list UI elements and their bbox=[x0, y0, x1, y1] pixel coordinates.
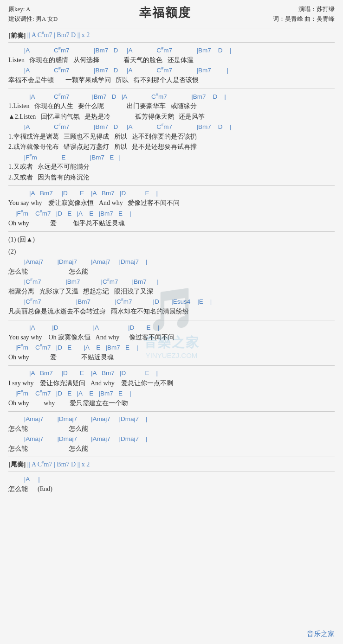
lyric-row-3b: ▲2.Listen 回忆里的气氛 是热是冷 孤芳得像天鹅 还是风筝 bbox=[8, 112, 335, 122]
lyric-row-5b: 2.又或者 因为曾有的疼沉沦 bbox=[8, 172, 335, 183]
outro-chords-block: |Amaj7 |Dmaj7 |Amaj7 |Dmaj7 | 怎么能 怎么能 |A… bbox=[8, 414, 335, 454]
lyric-row-3: 1.Listen 你现在的人生 要什么呢 出门要豪华车 或随缘分 bbox=[8, 101, 335, 111]
chord-row-8: |Amaj7 |Dmaj7 |Amaj7 |Dmaj7 | bbox=[8, 257, 335, 267]
lyric-row-10: 凡美丽总像是流水逝去不会转过身 雨水却在不知名的清晨纷纷 bbox=[8, 306, 335, 317]
chord-row-final: |A | bbox=[8, 475, 335, 484]
divider-8 bbox=[8, 411, 335, 412]
outro-label: [尾奏] bbox=[8, 461, 26, 468]
divider-1 bbox=[8, 28, 335, 28]
lyric-row-4: 1.幸福或许是诸葛 三顾也不见得成 所以 达不到你要的是否该扔 bbox=[8, 132, 335, 142]
lyric-row-14: Oh why why 爱只需建立在一个吻 bbox=[8, 398, 335, 408]
lyric-row-11: You say why Oh 寂寞像永恒 And why 像过客不闻不问 bbox=[8, 332, 335, 343]
lyric-row-5: 1.又或者 永远是不可能满分 bbox=[8, 162, 335, 172]
lyricist-composer: 词：吴青峰 曲：吴青峰 bbox=[273, 14, 335, 24]
lyric-row-15: 怎么能 怎么能 bbox=[8, 424, 335, 434]
title-area: 幸福额度 bbox=[58, 5, 273, 21]
verse2-block: |A C#m7 |Bm7 D |A C#m7 |Bm7 D | 1.Listen… bbox=[8, 92, 335, 183]
lyric-row-9: 相聚分离 光影凉了又温 想起忘记 眼泪浅了又深 bbox=[8, 287, 335, 297]
lyric-row-7: Oh why 爱 似乎总不贴近灵魂 bbox=[8, 218, 335, 229]
chord-row-16: |Amaj7 |Dmaj7 |Amaj7 |Dmaj7 | bbox=[8, 434, 335, 444]
divider-10 bbox=[8, 472, 335, 472]
suggested-key: 建议调性: 男A 女D bbox=[8, 14, 58, 24]
lyric-row-6: You say why 爱让寂寞像永恒 And why 爱像过客不闻不问 bbox=[8, 198, 335, 208]
lyric-row-12: Oh why 爱 不贴近灵魂 bbox=[8, 352, 335, 363]
intro-chords: || A C#m7 | Bm7 D || x 2 bbox=[27, 32, 90, 38]
section2-label-block: (2) |Amaj7 |Dmaj7 |Amaj7 |Dmaj7 | 怎么能 怎么… bbox=[8, 247, 335, 317]
chorus1-block: |A Bm7 |D E |A Bm7 |D E | You say why 爱让… bbox=[8, 189, 335, 229]
chord-row-7: |F#m C#m7 |D E |A E |Bm7 E | bbox=[8, 209, 335, 218]
original-key: 原key: A bbox=[8, 5, 58, 14]
lyric-row-4b: 2.或许就像哥伦布 错误点起万盏灯 所以 是不是还想要再试再撑 bbox=[8, 142, 335, 152]
chorus2-block: |A |D |A |D E | You say why Oh 寂寞像永恒 And… bbox=[8, 323, 335, 363]
chord-row-15: |Amaj7 |Dmaj7 |Amaj7 |Dmaj7 | bbox=[8, 414, 335, 424]
chord-row-14: |F#m C#m7 |D E |A E |Bm7 E | bbox=[8, 389, 335, 398]
lyric-row-2: 幸福不会是牛顿 一颗苹果成学问 所以 得不到那个人是否该恨 bbox=[8, 75, 335, 85]
chord-row-9: |C#m7 |Bm7 |C#m7 |Bm7 | bbox=[8, 277, 335, 287]
intro-label: [前奏] bbox=[8, 32, 26, 38]
chord-row-5: |F#m E |Bm7 E | bbox=[8, 153, 335, 162]
divider-9 bbox=[8, 457, 335, 457]
outro-section: [尾奏] || A C#m7 | Bm7 D || x 2 bbox=[8, 460, 335, 469]
outro-chords: || A C#m7 | Bm7 D || x 2 bbox=[27, 461, 90, 468]
chord-row-4: |A C#m7 |Bm7 D |A C#m7 |Bm7 D | bbox=[8, 122, 335, 132]
singer: 演唱：苏打绿 bbox=[273, 5, 335, 14]
divider-4 bbox=[8, 185, 335, 186]
chord-row-11: |A |D |A |D E | bbox=[8, 323, 335, 332]
chord-row-1: |A C#m7 |Bm7 D |A C#m7 |Bm7 D | bbox=[8, 45, 335, 55]
verse1-block: |A C#m7 |Bm7 D |A C#m7 |Bm7 D | Listen 你… bbox=[8, 45, 335, 85]
divider-5 bbox=[8, 231, 335, 232]
song-title: 幸福额度 bbox=[58, 5, 273, 21]
song-header: 原key: A 建议调性: 男A 女D 幸福额度 演唱：苏打绿 词：吴青峰 曲：… bbox=[8, 5, 335, 24]
chord-row-13: |A Bm7 |D E |A Bm7 |D E | bbox=[8, 369, 335, 378]
divider-6 bbox=[8, 320, 335, 320]
divider-3 bbox=[8, 89, 335, 89]
credits: 演唱：苏打绿 词：吴青峰 曲：吴青峰 bbox=[273, 5, 335, 24]
footer-logo: 音乐之家 bbox=[307, 630, 335, 638]
repeat-1: (1) (回▲) bbox=[8, 235, 335, 245]
lyric-row-8: 怎么能 怎么能 bbox=[8, 267, 335, 277]
section2-label: (2) bbox=[8, 247, 335, 257]
chord-row-2: |A C#m7 |Bm7 D |A C#m7 |Bm7 | bbox=[8, 65, 335, 75]
repeat-label-block: (1) (回▲) bbox=[8, 235, 335, 245]
lyric-row-16: 怎么能 怎么能 bbox=[8, 444, 335, 454]
chorus3-block: |A Bm7 |D E |A Bm7 |D E | I say why 爱让你充… bbox=[8, 369, 335, 408]
lyric-row-1: Listen 你现在的感情 从何选择 看天气的脸色 还是体温 bbox=[8, 55, 335, 65]
chord-row-3: |A C#m7 |Bm7 D |A C#m7 |Bm7 D | bbox=[8, 92, 335, 102]
divider-2 bbox=[8, 42, 335, 43]
lyric-row-13: I say why 爱让你充满疑问 And why 爱总让你一点不剩 bbox=[8, 378, 335, 389]
divider-7 bbox=[8, 365, 335, 366]
key-info: 原key: A 建议调性: 男A 女D bbox=[8, 5, 58, 24]
final-block: |A | 怎么能 (End) bbox=[8, 475, 335, 495]
song-page: 🎵 音樂之家 YINYUEZJ.COM 原key: A 建议调性: 男A 女D … bbox=[0, 0, 343, 644]
intro-section: [前奏] || A C#m7 | Bm7 D || x 2 bbox=[8, 31, 335, 40]
chord-row-12: |F#m C#m7 |D E |A E |Bm7 E | bbox=[8, 343, 335, 352]
chord-row-10: |C#m7 |Bm7 |C#m7 |D |Esus4 |E | bbox=[8, 297, 335, 306]
lyric-row-final: 怎么能 (End) bbox=[8, 484, 335, 494]
chord-row-6: |A Bm7 |D E |A Bm7 |D E | bbox=[8, 189, 335, 198]
